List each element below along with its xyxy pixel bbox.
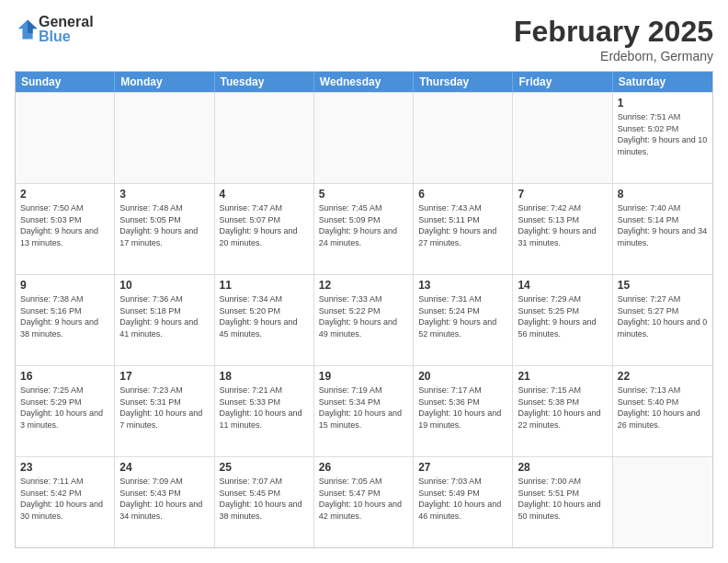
day-number: 12 [319, 279, 408, 292]
calendar-cell: 1Sunrise: 7:51 AM Sunset: 5:02 PM Daylig… [613, 93, 712, 183]
calendar-week-row: 23Sunrise: 7:11 AM Sunset: 5:42 PM Dayli… [16, 456, 712, 547]
day-number: 4 [220, 188, 309, 201]
calendar-week-row: 9Sunrise: 7:38 AM Sunset: 5:16 PM Daylig… [16, 274, 712, 365]
logo-general: General [39, 15, 94, 29]
day-info: Sunrise: 7:17 AM Sunset: 5:36 PM Dayligh… [418, 385, 507, 431]
page: General Blue February 2025 Erdeborn, Ger… [0, 0, 728, 563]
day-number: 14 [518, 279, 607, 292]
day-info: Sunrise: 7:33 AM Sunset: 5:22 PM Dayligh… [319, 293, 408, 339]
day-number: 3 [119, 188, 209, 201]
calendar-body: 1Sunrise: 7:51 AM Sunset: 5:02 PM Daylig… [16, 92, 712, 547]
month-title: February 2025 [514, 15, 713, 49]
svg-marker-1 [28, 20, 37, 33]
day-number: 6 [418, 188, 507, 201]
calendar-cell: 25Sunrise: 7:07 AM Sunset: 5:45 PM Dayli… [215, 457, 314, 547]
day-info: Sunrise: 7:11 AM Sunset: 5:42 PM Dayligh… [20, 476, 109, 522]
header-day: Tuesday [215, 72, 314, 92]
calendar-cell: 12Sunrise: 7:33 AM Sunset: 5:22 PM Dayli… [314, 275, 414, 365]
day-info: Sunrise: 7:27 AM Sunset: 5:27 PM Dayligh… [618, 293, 708, 339]
header-day: Sunday [16, 72, 115, 92]
day-info: Sunrise: 7:43 AM Sunset: 5:11 PM Dayligh… [418, 202, 507, 248]
header: General Blue February 2025 Erdeborn, Ger… [15, 15, 713, 63]
day-info: Sunrise: 7:38 AM Sunset: 5:16 PM Dayligh… [20, 293, 109, 339]
calendar-cell: 9Sunrise: 7:38 AM Sunset: 5:16 PM Daylig… [16, 275, 115, 365]
header-day: Monday [115, 72, 214, 92]
day-number: 8 [618, 188, 708, 201]
day-info: Sunrise: 7:50 AM Sunset: 5:03 PM Dayligh… [20, 202, 109, 248]
location: Erdeborn, Germany [514, 49, 713, 63]
day-info: Sunrise: 7:09 AM Sunset: 5:43 PM Dayligh… [119, 476, 209, 522]
day-number: 21 [518, 370, 607, 383]
calendar-cell: 7Sunrise: 7:42 AM Sunset: 5:13 PM Daylig… [513, 184, 612, 274]
calendar-cell: 22Sunrise: 7:13 AM Sunset: 5:40 PM Dayli… [613, 366, 712, 456]
calendar-cell [314, 93, 414, 183]
calendar-week-row: 1Sunrise: 7:51 AM Sunset: 5:02 PM Daylig… [16, 92, 712, 183]
calendar-cell: 11Sunrise: 7:34 AM Sunset: 5:20 PM Dayli… [215, 275, 314, 365]
day-number: 23 [20, 461, 109, 474]
day-number: 22 [618, 370, 708, 383]
day-info: Sunrise: 7:48 AM Sunset: 5:05 PM Dayligh… [119, 202, 209, 248]
day-number: 19 [319, 370, 408, 383]
day-info: Sunrise: 7:42 AM Sunset: 5:13 PM Dayligh… [518, 202, 607, 248]
calendar-cell: 8Sunrise: 7:40 AM Sunset: 5:14 PM Daylig… [613, 184, 712, 274]
day-info: Sunrise: 7:31 AM Sunset: 5:24 PM Dayligh… [418, 293, 507, 339]
day-number: 10 [119, 279, 209, 292]
day-number: 25 [220, 461, 309, 474]
calendar-cell [115, 93, 214, 183]
day-number: 5 [319, 188, 408, 201]
calendar-cell [613, 457, 712, 547]
day-info: Sunrise: 7:23 AM Sunset: 5:31 PM Dayligh… [119, 385, 209, 431]
calendar-cell: 14Sunrise: 7:29 AM Sunset: 5:25 PM Dayli… [513, 275, 612, 365]
calendar-cell: 10Sunrise: 7:36 AM Sunset: 5:18 PM Dayli… [115, 275, 214, 365]
day-info: Sunrise: 7:05 AM Sunset: 5:47 PM Dayligh… [319, 476, 408, 522]
day-number: 11 [220, 279, 309, 292]
calendar-cell: 16Sunrise: 7:25 AM Sunset: 5:29 PM Dayli… [16, 366, 115, 456]
day-number: 27 [418, 461, 507, 474]
header-day: Friday [513, 72, 612, 92]
day-info: Sunrise: 7:34 AM Sunset: 5:20 PM Dayligh… [220, 293, 309, 339]
day-number: 28 [518, 461, 607, 474]
calendar-week-row: 16Sunrise: 7:25 AM Sunset: 5:29 PM Dayli… [16, 365, 712, 456]
day-info: Sunrise: 7:36 AM Sunset: 5:18 PM Dayligh… [119, 293, 209, 339]
title-block: February 2025 Erdeborn, Germany [514, 15, 713, 63]
day-info: Sunrise: 7:07 AM Sunset: 5:45 PM Dayligh… [220, 476, 309, 522]
calendar: SundayMondayTuesdayWednesdayThursdayFrid… [15, 71, 713, 548]
calendar-cell: 23Sunrise: 7:11 AM Sunset: 5:42 PM Dayli… [16, 457, 115, 547]
calendar-cell: 2Sunrise: 7:50 AM Sunset: 5:03 PM Daylig… [16, 184, 115, 274]
day-info: Sunrise: 7:47 AM Sunset: 5:07 PM Dayligh… [220, 202, 309, 248]
logo-icon [17, 18, 39, 40]
calendar-cell: 28Sunrise: 7:00 AM Sunset: 5:51 PM Dayli… [513, 457, 612, 547]
day-number: 24 [119, 461, 209, 474]
day-number: 26 [319, 461, 408, 474]
day-number: 13 [418, 279, 507, 292]
calendar-cell: 13Sunrise: 7:31 AM Sunset: 5:24 PM Dayli… [414, 275, 513, 365]
day-info: Sunrise: 7:03 AM Sunset: 5:49 PM Dayligh… [418, 476, 507, 522]
calendar-header: SundayMondayTuesdayWednesdayThursdayFrid… [16, 72, 712, 92]
logo-text: General Blue [39, 15, 94, 44]
day-info: Sunrise: 7:13 AM Sunset: 5:40 PM Dayligh… [618, 385, 708, 431]
calendar-cell: 3Sunrise: 7:48 AM Sunset: 5:05 PM Daylig… [115, 184, 214, 274]
calendar-cell: 5Sunrise: 7:45 AM Sunset: 5:09 PM Daylig… [314, 184, 414, 274]
header-day: Saturday [613, 72, 712, 92]
day-number: 9 [20, 279, 109, 292]
day-number: 20 [418, 370, 507, 383]
calendar-cell [513, 93, 612, 183]
calendar-cell: 15Sunrise: 7:27 AM Sunset: 5:27 PM Dayli… [613, 275, 712, 365]
logo-blue: Blue [39, 29, 94, 44]
day-info: Sunrise: 7:40 AM Sunset: 5:14 PM Dayligh… [618, 202, 708, 248]
calendar-cell [215, 93, 314, 183]
day-info: Sunrise: 7:15 AM Sunset: 5:38 PM Dayligh… [518, 385, 607, 431]
calendar-cell: 4Sunrise: 7:47 AM Sunset: 5:07 PM Daylig… [215, 184, 314, 274]
day-number: 1 [618, 97, 708, 109]
day-info: Sunrise: 7:51 AM Sunset: 5:02 PM Dayligh… [618, 111, 708, 157]
day-info: Sunrise: 7:25 AM Sunset: 5:29 PM Dayligh… [20, 385, 109, 431]
calendar-cell: 24Sunrise: 7:09 AM Sunset: 5:43 PM Dayli… [115, 457, 214, 547]
day-number: 16 [20, 370, 109, 383]
calendar-cell: 6Sunrise: 7:43 AM Sunset: 5:11 PM Daylig… [414, 184, 513, 274]
calendar-cell: 17Sunrise: 7:23 AM Sunset: 5:31 PM Dayli… [115, 366, 214, 456]
day-number: 17 [119, 370, 209, 383]
day-info: Sunrise: 7:19 AM Sunset: 5:34 PM Dayligh… [319, 385, 408, 431]
day-number: 18 [220, 370, 309, 383]
logo: General Blue [15, 15, 94, 44]
calendar-cell: 19Sunrise: 7:19 AM Sunset: 5:34 PM Dayli… [314, 366, 414, 456]
